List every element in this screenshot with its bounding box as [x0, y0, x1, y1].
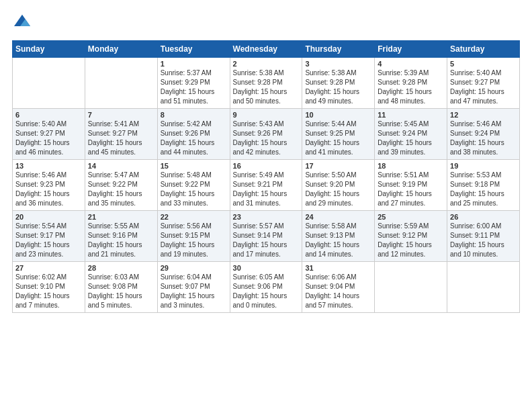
day-info: Sunrise: 6:00 AM Sunset: 9:11 PM Dayligh…	[450, 222, 517, 259]
day-number: 10	[305, 111, 371, 119]
day-number: 8	[161, 111, 227, 119]
calendar-cell: 30Sunrise: 6:05 AM Sunset: 9:06 PM Dayli…	[230, 262, 302, 313]
calendar-cell: 17Sunrise: 5:50 AM Sunset: 9:20 PM Dayli…	[302, 160, 375, 211]
calendar-cell: 16Sunrise: 5:49 AM Sunset: 9:21 PM Dayli…	[230, 160, 302, 211]
calendar-cell: 11Sunrise: 5:45 AM Sunset: 9:24 PM Dayli…	[375, 109, 447, 160]
day-number: 17	[305, 162, 371, 170]
calendar-cell: 21Sunrise: 5:55 AM Sunset: 9:16 PM Dayli…	[85, 211, 157, 262]
day-info: Sunrise: 5:49 AM Sunset: 9:21 PM Dayligh…	[233, 171, 300, 208]
calendar-cell	[447, 262, 520, 313]
calendar-week-2: 6Sunrise: 5:40 AM Sunset: 9:27 PM Daylig…	[13, 109, 520, 160]
day-info: Sunrise: 5:47 AM Sunset: 9:22 PM Dayligh…	[88, 171, 154, 208]
calendar-cell: 6Sunrise: 5:40 AM Sunset: 9:27 PM Daylig…	[13, 109, 85, 160]
day-number: 7	[88, 111, 154, 119]
calendar-cell: 15Sunrise: 5:48 AM Sunset: 9:22 PM Dayli…	[157, 160, 230, 211]
calendar-cell: 9Sunrise: 5:43 AM Sunset: 9:26 PM Daylig…	[230, 109, 302, 160]
day-number: 26	[450, 213, 517, 221]
calendar-week-1: 1Sunrise: 5:37 AM Sunset: 9:29 PM Daylig…	[13, 58, 520, 109]
day-number: 3	[305, 60, 371, 68]
weekday-header-saturday: Saturday	[447, 41, 520, 58]
day-number: 28	[88, 264, 154, 272]
day-number: 4	[378, 60, 444, 68]
calendar-cell: 4Sunrise: 5:39 AM Sunset: 9:28 PM Daylig…	[375, 58, 447, 109]
calendar-cell: 5Sunrise: 5:40 AM Sunset: 9:27 PM Daylig…	[447, 58, 520, 109]
calendar-week-3: 13Sunrise: 5:46 AM Sunset: 9:23 PM Dayli…	[13, 160, 520, 211]
calendar-cell: 2Sunrise: 5:38 AM Sunset: 9:28 PM Daylig…	[230, 58, 302, 109]
weekday-header-monday: Monday	[85, 41, 157, 58]
day-info: Sunrise: 5:38 AM Sunset: 9:28 PM Dayligh…	[305, 68, 371, 106]
calendar-cell: 26Sunrise: 6:00 AM Sunset: 9:11 PM Dayli…	[447, 211, 520, 262]
day-number: 21	[88, 213, 154, 221]
day-number: 15	[161, 162, 227, 170]
calendar-cell: 22Sunrise: 5:56 AM Sunset: 9:15 PM Dayli…	[157, 211, 230, 262]
day-info: Sunrise: 5:38 AM Sunset: 9:28 PM Dayligh…	[233, 68, 300, 106]
day-number: 29	[161, 264, 227, 272]
day-info: Sunrise: 5:46 AM Sunset: 9:24 PM Dayligh…	[450, 120, 517, 157]
day-info: Sunrise: 5:41 AM Sunset: 9:27 PM Dayligh…	[88, 120, 154, 157]
day-info: Sunrise: 5:53 AM Sunset: 9:18 PM Dayligh…	[450, 171, 517, 208]
day-number: 6	[15, 111, 82, 119]
calendar-cell: 8Sunrise: 5:42 AM Sunset: 9:26 PM Daylig…	[157, 109, 230, 160]
day-info: Sunrise: 6:02 AM Sunset: 9:10 PM Dayligh…	[15, 273, 82, 310]
calendar-cell: 27Sunrise: 6:02 AM Sunset: 9:10 PM Dayli…	[13, 262, 85, 313]
day-info: Sunrise: 5:39 AM Sunset: 9:28 PM Dayligh…	[378, 68, 444, 106]
day-info: Sunrise: 5:42 AM Sunset: 9:26 PM Dayligh…	[161, 120, 227, 157]
calendar-cell: 18Sunrise: 5:51 AM Sunset: 9:19 PM Dayli…	[375, 160, 447, 211]
day-info: Sunrise: 5:59 AM Sunset: 9:12 PM Dayligh…	[378, 222, 444, 259]
day-info: Sunrise: 5:44 AM Sunset: 9:25 PM Dayligh…	[305, 120, 371, 157]
weekday-header-sunday: Sunday	[13, 41, 85, 58]
day-info: Sunrise: 6:04 AM Sunset: 9:07 PM Dayligh…	[161, 273, 227, 310]
day-number: 24	[305, 213, 371, 221]
calendar-cell: 28Sunrise: 6:03 AM Sunset: 9:08 PM Dayli…	[85, 262, 157, 313]
calendar-cell	[13, 58, 85, 109]
day-number: 11	[378, 111, 444, 119]
day-info: Sunrise: 5:56 AM Sunset: 9:15 PM Dayligh…	[161, 222, 227, 259]
day-number: 31	[305, 264, 371, 272]
calendar-cell: 19Sunrise: 5:53 AM Sunset: 9:18 PM Dayli…	[447, 160, 520, 211]
calendar-week-4: 20Sunrise: 5:54 AM Sunset: 9:17 PM Dayli…	[13, 211, 520, 262]
calendar-cell	[85, 58, 157, 109]
calendar-cell: 1Sunrise: 5:37 AM Sunset: 9:29 PM Daylig…	[157, 58, 230, 109]
day-info: Sunrise: 5:40 AM Sunset: 9:27 PM Dayligh…	[450, 68, 517, 106]
calendar-cell: 31Sunrise: 6:06 AM Sunset: 9:04 PM Dayli…	[302, 262, 375, 313]
calendar-cell: 24Sunrise: 5:58 AM Sunset: 9:13 PM Dayli…	[302, 211, 375, 262]
day-number: 25	[378, 213, 444, 221]
weekday-header-thursday: Thursday	[302, 41, 375, 58]
day-number: 13	[15, 162, 82, 170]
day-number: 12	[450, 111, 517, 119]
calendar-cell: 20Sunrise: 5:54 AM Sunset: 9:17 PM Dayli…	[13, 211, 85, 262]
day-number: 19	[450, 162, 517, 170]
calendar-cell: 13Sunrise: 5:46 AM Sunset: 9:23 PM Dayli…	[13, 160, 85, 211]
day-info: Sunrise: 6:06 AM Sunset: 9:04 PM Dayligh…	[305, 273, 371, 310]
calendar-cell: 14Sunrise: 5:47 AM Sunset: 9:22 PM Dayli…	[85, 160, 157, 211]
day-info: Sunrise: 5:40 AM Sunset: 9:27 PM Dayligh…	[15, 120, 82, 157]
day-info: Sunrise: 5:48 AM Sunset: 9:22 PM Dayligh…	[161, 171, 227, 208]
day-info: Sunrise: 5:45 AM Sunset: 9:24 PM Dayligh…	[378, 120, 444, 157]
day-number: 30	[233, 264, 300, 272]
logo	[12, 12, 35, 32]
page: SundayMondayTuesdayWednesdayThursdayFrid…	[0, 0, 532, 411]
calendar-cell: 3Sunrise: 5:38 AM Sunset: 9:28 PM Daylig…	[302, 58, 375, 109]
calendar-cell: 12Sunrise: 5:46 AM Sunset: 9:24 PM Dayli…	[447, 109, 520, 160]
header	[12, 12, 520, 32]
weekday-header-tuesday: Tuesday	[157, 41, 230, 58]
calendar-cell: 25Sunrise: 5:59 AM Sunset: 9:12 PM Dayli…	[375, 211, 447, 262]
weekday-header-row: SundayMondayTuesdayWednesdayThursdayFrid…	[13, 41, 520, 58]
day-info: Sunrise: 6:03 AM Sunset: 9:08 PM Dayligh…	[88, 273, 154, 310]
day-info: Sunrise: 5:50 AM Sunset: 9:20 PM Dayligh…	[305, 171, 371, 208]
weekday-header-friday: Friday	[375, 41, 447, 58]
day-number: 18	[378, 162, 444, 170]
day-number: 5	[450, 60, 517, 68]
day-info: Sunrise: 5:46 AM Sunset: 9:23 PM Dayligh…	[15, 171, 82, 208]
day-number: 27	[15, 264, 82, 272]
calendar-cell	[375, 262, 447, 313]
day-number: 16	[233, 162, 300, 170]
day-number: 20	[15, 213, 82, 221]
day-info: Sunrise: 5:37 AM Sunset: 9:29 PM Dayligh…	[161, 68, 227, 106]
calendar-table: SundayMondayTuesdayWednesdayThursdayFrid…	[12, 40, 520, 313]
day-info: Sunrise: 5:43 AM Sunset: 9:26 PM Dayligh…	[233, 120, 300, 157]
calendar-cell: 10Sunrise: 5:44 AM Sunset: 9:25 PM Dayli…	[302, 109, 375, 160]
day-number: 2	[233, 60, 300, 68]
day-number: 14	[88, 162, 154, 170]
day-info: Sunrise: 5:54 AM Sunset: 9:17 PM Dayligh…	[15, 222, 82, 259]
